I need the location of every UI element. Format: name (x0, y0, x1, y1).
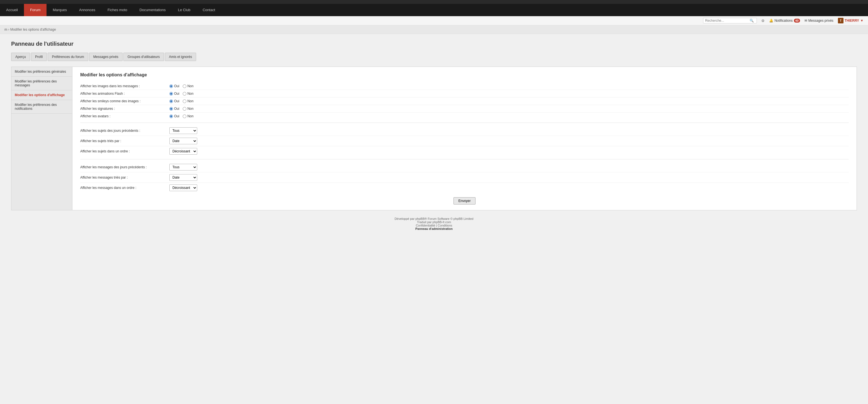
footer-conditions-link[interactable]: Conditions (438, 224, 452, 227)
breadcrumb: m › Modifier les options d'affichage (0, 25, 868, 34)
tab-apercu[interactable]: Aperçu (11, 53, 30, 61)
breadcrumb-current: Modifier les options d'affichage (10, 28, 56, 31)
label-subjects-order: Afficher les sujets dans un ordre : (80, 149, 169, 153)
label-messages-days: Afficher les messages des jours précéden… (80, 165, 169, 169)
radio-oui-avatars[interactable]: Oui (169, 114, 179, 118)
notifications-badge: 40 (794, 19, 800, 23)
nav-contact[interactable]: Contact (196, 4, 221, 16)
footer-privacy-link[interactable]: Confidentialité (416, 224, 435, 227)
form-row-subjects-sort: Afficher les sujets triés par : Date Aut… (80, 136, 849, 146)
non-label-flash: Non (187, 92, 194, 96)
footer-admin-panel: Panneau d'administration (11, 227, 857, 230)
controls-show-flash: Oui Non (169, 92, 194, 96)
radio-non-smileys[interactable]: Non (183, 99, 194, 103)
controls-subjects-order: Décroissant Croissant (169, 148, 197, 155)
controls-show-signatures: Oui Non (169, 107, 194, 111)
radio-non-signatures[interactable]: Non (183, 107, 194, 111)
notifications-label: Notifications (774, 19, 793, 23)
oui-label-images: Oui (174, 84, 179, 88)
search-input[interactable] (705, 19, 750, 23)
chevron-down-icon: ▼ (860, 19, 864, 23)
select-messages-order[interactable]: Décroissant Croissant (169, 184, 197, 191)
non-label-signatures: Non (187, 107, 194, 111)
submit-button[interactable]: Envoyer (454, 197, 475, 205)
separator-2 (80, 159, 849, 159)
radio-input-oui-images[interactable] (169, 85, 173, 88)
select-messages-days[interactable]: Tous 1 jour 7 jours 14 jours 30 jours 3 … (169, 164, 197, 170)
select-subjects-sort[interactable]: Date Auteur Sujet Réponses Vues (169, 137, 197, 144)
radio-input-oui-flash[interactable] (169, 92, 173, 96)
nav-fiches-moto[interactable]: Fiches moto (101, 4, 133, 16)
controls-messages-order: Décroissant Croissant (169, 184, 197, 191)
page-title: Panneau de l'utilisateur (11, 41, 857, 47)
nav-forum[interactable]: Forum (24, 4, 47, 16)
separator-1 (80, 123, 849, 123)
radio-oui-signatures[interactable]: Oui (169, 107, 179, 111)
controls-subjects-days: Tous 1 jour 7 jours 14 jours 30 jours 3 … (169, 127, 197, 134)
nav-accueil[interactable]: Accueil (0, 4, 24, 16)
form-row-signatures: Afficher les signatures : Oui Non (80, 105, 849, 113)
radio-non-avatars[interactable]: Non (183, 114, 194, 118)
select-subjects-days[interactable]: Tous 1 jour 7 jours 14 jours 30 jours 3 … (169, 127, 197, 134)
radio-input-non-images[interactable] (183, 85, 186, 88)
label-messages-sort: Afficher les messages triés par : (80, 176, 169, 180)
form-row-messages-order: Afficher les messages dans un ordre : Dé… (80, 183, 849, 193)
label-subjects-sort: Afficher les sujets triés par : (80, 139, 169, 143)
non-label-images: Non (187, 84, 194, 88)
radio-oui-images[interactable]: Oui (169, 84, 179, 88)
footer: Développé par phpBB® Forum Software © ph… (11, 210, 857, 235)
breadcrumb-separator: › (8, 28, 9, 31)
nav-documentations[interactable]: Documentations (133, 4, 172, 16)
top-bar (0, 0, 868, 4)
radio-input-oui-smileys[interactable] (169, 99, 173, 103)
oui-label-smileys: Oui (174, 99, 179, 103)
sidebar-item-options-affichage[interactable]: Modifier les options d'affichage (11, 90, 72, 100)
radio-oui-flash[interactable]: Oui (169, 92, 179, 96)
messages-link[interactable]: ✉ Messages privés (805, 19, 833, 23)
form-title: Modifier les options d'affichage (80, 72, 849, 77)
sidebar-item-preferences-messages[interactable]: Modifier les préférences des messages (11, 76, 72, 90)
user-menu[interactable]: T THIERRY ▼ (838, 18, 864, 23)
tabs: Aperçu Profil Préférences du forum Messa… (11, 53, 857, 61)
radio-input-non-flash[interactable] (183, 92, 186, 96)
radio-input-non-avatars[interactable] (183, 115, 186, 118)
tab-profil[interactable]: Profil (31, 53, 47, 61)
tab-preferences-forum[interactable]: Préférences du forum (48, 53, 88, 61)
select-subjects-order[interactable]: Décroissant Croissant (169, 148, 197, 155)
radio-input-non-signatures[interactable] (183, 107, 186, 111)
gear-icon[interactable]: ⚙ (761, 19, 765, 23)
nav-annonces[interactable]: Annonces (73, 4, 101, 16)
footer-admin-link[interactable]: Panneau d'administration (415, 227, 453, 230)
form-row-smileys: Afficher les smileys comme des images : … (80, 97, 849, 105)
notifications-link[interactable]: 🔔 Notifications 40 (769, 19, 800, 23)
label-show-flash: Afficher les animations Flash : (80, 92, 169, 96)
content-area: Modifier les préférences générales Modif… (11, 67, 857, 210)
radio-non-flash[interactable]: Non (183, 92, 194, 96)
select-messages-sort[interactable]: Date Auteur Sujet (169, 174, 197, 181)
form-row-avatars: Afficher les avatars : Oui Non (80, 113, 849, 120)
footer-translated: Traduit par phpBB-fr.com (11, 220, 857, 224)
non-label-avatars: Non (187, 114, 194, 118)
footer-links: Confidentialité | Conditions (11, 224, 857, 227)
radio-input-oui-signatures[interactable] (169, 107, 173, 111)
radio-non-images[interactable]: Non (183, 84, 194, 88)
search-icon[interactable]: 🔍 (750, 19, 754, 23)
nav-le-club[interactable]: Le Club (172, 4, 197, 16)
label-subjects-days: Afficher les sujets des jours précédents… (80, 129, 169, 133)
sidebar-item-preferences-generales[interactable]: Modifier les préférences générales (11, 67, 72, 76)
tab-amis-ignores[interactable]: Amis et ignorés (165, 53, 196, 61)
radio-input-oui-avatars[interactable] (169, 115, 173, 118)
nav-marques[interactable]: Marques (46, 4, 73, 16)
controls-show-images: Oui Non (169, 84, 194, 88)
label-show-smileys: Afficher les smileys comme des images : (80, 99, 169, 103)
radio-input-non-smileys[interactable] (183, 99, 186, 103)
sidebar: Modifier les préférences générales Modif… (11, 67, 72, 210)
sidebar-item-preferences-notifications[interactable]: Modifier les préférences des notificatio… (11, 100, 72, 114)
form-row-subjects-days: Afficher les sujets des jours précédents… (80, 126, 849, 136)
breadcrumb-root[interactable]: m (4, 28, 7, 31)
footer-developed: Développé par phpBB® Forum Software © ph… (11, 217, 857, 220)
radio-oui-smileys[interactable]: Oui (169, 99, 179, 103)
search-box: 🔍 (703, 18, 757, 23)
tab-groupes[interactable]: Groupes d'utilisateurs (123, 53, 164, 61)
tab-messages-prives[interactable]: Messages privés (89, 53, 123, 61)
